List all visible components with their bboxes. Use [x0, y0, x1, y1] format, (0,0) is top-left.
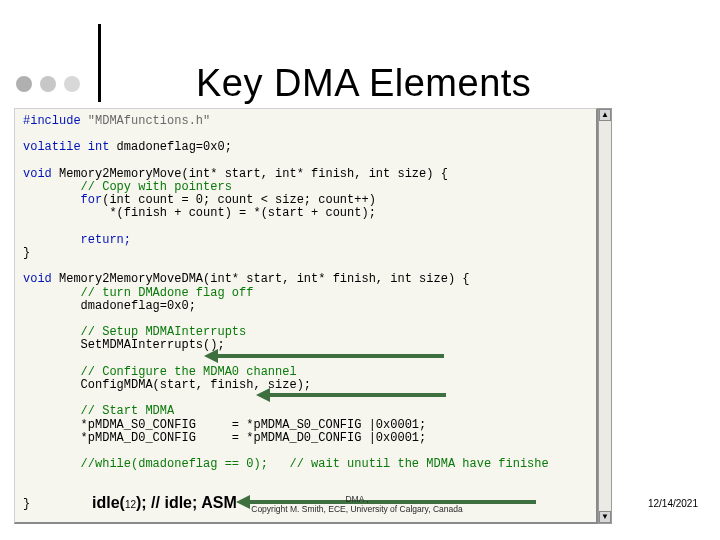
footer-line1: DMA ,: [192, 494, 522, 504]
idle-num: 12: [125, 499, 136, 510]
bullet-dot: [40, 76, 56, 92]
fn2-l1: dmadoneflag=0x0;: [81, 299, 196, 313]
comment: //while(dmadoneflag == 0);: [81, 457, 268, 471]
footer-date: 12/14/2021: [648, 498, 698, 509]
kw-void: void: [23, 167, 52, 181]
comment: // Start MDMA: [81, 404, 175, 418]
fn1-for: (int count = 0; count < size; count++): [102, 193, 376, 207]
include-path: "MDMAfunctions.h": [88, 114, 210, 128]
fn2-l3: ConfigMDMA(start, finish, size);: [81, 378, 311, 392]
comment: // Setup MDMAInterrupts: [81, 325, 247, 339]
fn2-l5a: *pMDMA_D0_CONFIG: [81, 431, 196, 445]
comment: // Copy with pointers: [81, 180, 232, 194]
fn2-l4a: *pMDMA_S0_CONFIG: [81, 418, 196, 432]
scroll-up-icon[interactable]: ▲: [599, 109, 611, 121]
footer-line2: Copyright M. Smith, ECE, University of C…: [192, 504, 522, 514]
title-bullets: [16, 76, 80, 92]
scrollbar-vertical[interactable]: ▲ ▼: [598, 108, 612, 524]
brace: }: [23, 246, 30, 260]
scroll-down-icon[interactable]: ▼: [599, 511, 611, 523]
slide-title: Key DMA Elements: [196, 62, 531, 105]
fn1-sig: Memory2MemoryMove(int* start, int* finis…: [52, 167, 448, 181]
comment: // wait unutil the MDMA have finishe: [289, 457, 548, 471]
idle-left: idle(: [92, 494, 125, 511]
fn2-l5b: = *pMDMA_D0_CONFIG |0x0001;: [232, 431, 426, 445]
kw-volatile: volatile int: [23, 140, 109, 154]
fn2-sig: Memory2MemoryMoveDMA(int* start, int* fi…: [52, 272, 470, 286]
comment: // turn DMAdone flag off: [81, 286, 254, 300]
code-block: #include "MDMAfunctions.h" volatile int …: [23, 115, 588, 511]
fn2-l4b: = *pMDMA_S0_CONFIG |0x0001;: [232, 418, 426, 432]
kw-for: for: [81, 193, 103, 207]
vol-rest: dmadoneflag=0x0;: [109, 140, 231, 154]
bullet-dot: [16, 76, 32, 92]
bullet-dot: [64, 76, 80, 92]
kw-include: #include: [23, 114, 81, 128]
code-panel: #include "MDMAfunctions.h" volatile int …: [14, 108, 598, 524]
kw-void: void: [23, 272, 52, 286]
footer-center: DMA , Copyright M. Smith, ECE, Universit…: [192, 494, 522, 514]
title-row: Key DMA Elements: [16, 62, 710, 105]
comment: // Configure the MDMA0 channel: [81, 365, 297, 379]
fn1-body: *(finish + count) = *(start + count);: [109, 206, 375, 220]
kw-return: return;: [81, 233, 131, 247]
brace: }: [23, 497, 30, 511]
